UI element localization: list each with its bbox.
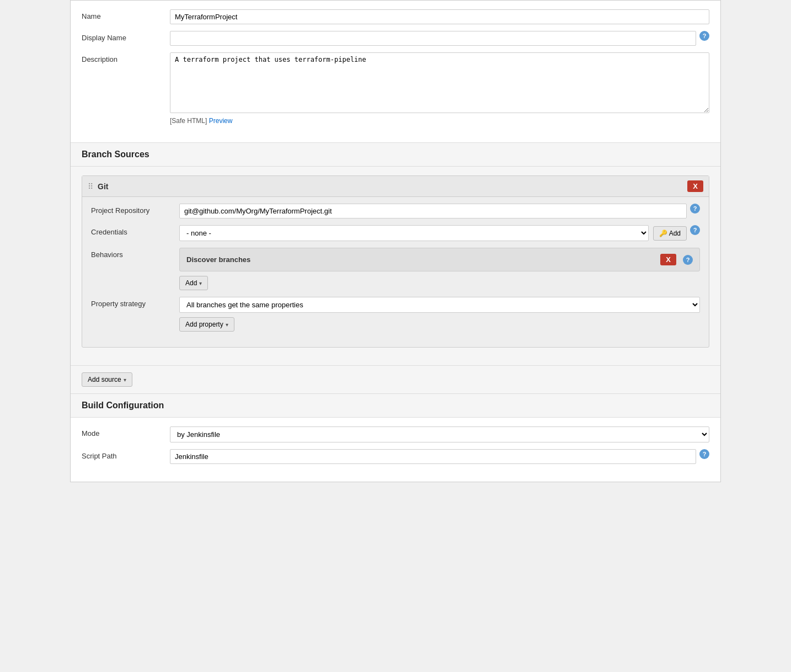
add-behavior-dropdown-arrow: ▾ [199,280,202,286]
display-name-help-icon[interactable]: ? [699,31,709,41]
drag-handle-icon[interactable]: ⠿ [88,182,93,191]
behaviors-row: Behaviors Discover branches X ? [91,248,700,290]
name-label: Name [82,9,170,20]
basic-info-section: Name Display Name ? Description A terraf… [71,1,720,142]
behaviors-label: Behaviors [91,248,179,259]
display-name-input-wrap [170,31,696,46]
add-source-dropdown-arrow: ▾ [124,377,126,383]
page-wrapper: Name Display Name ? Description A terraf… [70,0,721,482]
credentials-wrap: - none - 🔑 Add [179,225,687,241]
project-repo-row: Project Repository ? [91,204,700,218]
description-input[interactable]: A terraform project that uses terraform-… [170,52,709,113]
mode-label: Mode [82,426,170,438]
behaviors-panel-header: Discover branches X ? [186,254,693,265]
script-path-input[interactable] [170,449,696,464]
description-label: Description [82,52,170,63]
add-credentials-label: 🔑 Add [659,230,681,237]
property-strategy-select[interactable]: All branches get the same properties Nam… [179,297,700,313]
script-path-row: Script Path ? [82,449,709,464]
branch-sources-header: Branch Sources [71,142,720,167]
credentials-row: Credentials - none - 🔑 Add [91,225,700,241]
credentials-select[interactable]: - none - [179,225,649,241]
display-name-control-wrap: ? [170,31,709,46]
project-repo-input[interactable] [179,204,687,218]
name-input[interactable] [170,9,709,24]
display-name-row: Display Name ? [82,31,709,46]
script-path-label: Script Path [82,449,170,460]
add-property-button[interactable]: Add property ▾ [179,317,234,332]
add-property-label: Add property [185,321,223,328]
branch-sources-content: ⠿ Git X Project Repository ? [71,167,720,365]
behaviors-help-icon[interactable]: ? [683,255,693,265]
name-control [170,9,709,24]
source-card-header: ⠿ Git X [82,176,709,197]
add-source-button[interactable]: Add source ▾ [82,372,132,387]
name-row: Name [82,9,709,24]
add-behavior-label: Add [185,279,197,287]
description-help-text: [Safe HTML] Preview [170,117,709,125]
project-repo-help-icon[interactable]: ? [690,204,700,214]
remove-source-button[interactable]: X [687,180,703,192]
branch-sources-title: Branch Sources [82,150,149,159]
credentials-control-wrap: - none - 🔑 Add ? [179,225,700,241]
credentials-input-wrap: - none - 🔑 Add [179,225,687,241]
description-control: A terraform project that uses terraform-… [170,52,709,125]
add-property-dropdown-arrow: ▾ [226,322,228,328]
add-source-wrap: Add source ▾ [71,365,720,393]
mode-control: by Jenkinsfile by Groovy CPS DSL Pipelin… [170,426,709,442]
preview-link[interactable]: Preview [209,117,233,125]
property-strategy-row: Property strategy All branches get the s… [91,297,700,332]
display-name-label: Display Name [82,31,170,42]
source-card-body: Project Repository ? Credentials [82,197,709,347]
source-title: Git [98,182,687,191]
script-path-help-icon[interactable]: ? [699,449,709,459]
add-property-wrap: Add property ▾ [179,317,700,332]
source-card-git: ⠿ Git X Project Repository ? [82,175,709,348]
description-row: Description A terraform project that use… [82,52,709,125]
remove-behavior-button[interactable]: X [660,254,676,265]
script-path-input-wrap [170,449,696,464]
project-repo-input-wrap [179,204,687,218]
script-path-control-wrap: ? [170,449,709,464]
behaviors-control-wrap: Discover branches X ? Add ▾ [179,248,700,290]
build-config-content: Mode by Jenkinsfile by Groovy CPS DSL Pi… [71,418,720,482]
project-repo-control-wrap: ? [179,204,700,218]
add-source-label: Add source [88,376,121,383]
property-strategy-control-wrap: All branches get the same properties Nam… [179,297,700,332]
behaviors-actions: X ? [660,254,693,265]
mode-row: Mode by Jenkinsfile by Groovy CPS DSL Pi… [82,426,709,442]
mode-select[interactable]: by Jenkinsfile by Groovy CPS DSL Pipelin… [170,426,709,442]
project-repo-label: Project Repository [91,204,179,215]
credentials-help-icon[interactable]: ? [690,225,700,235]
safe-html-text: [Safe HTML] [170,117,207,125]
display-name-input[interactable] [170,31,696,46]
add-credentials-button[interactable]: 🔑 Add [653,226,687,241]
property-strategy-label: Property strategy [91,297,179,308]
build-config-title: Build Configuration [82,401,164,410]
build-config-header: Build Configuration [71,393,720,418]
add-behavior-button[interactable]: Add ▾ [179,276,208,290]
discover-branches-title: Discover branches [186,255,250,264]
credentials-label: Credentials [91,225,179,236]
behaviors-panel: Discover branches X ? [179,248,700,271]
